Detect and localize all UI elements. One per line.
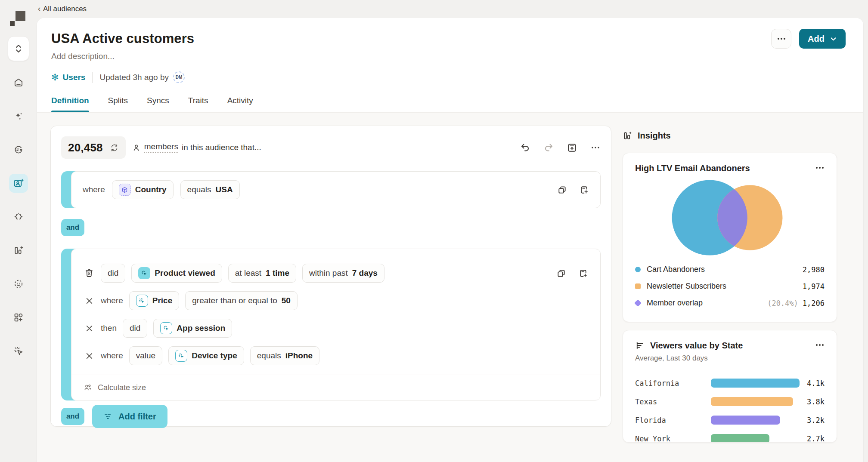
delete-condition-button[interactable] — [84, 268, 95, 278]
bar-value: 4.1k — [800, 379, 825, 388]
refresh-button[interactable] — [110, 143, 119, 152]
property-pill-device-type[interactable]: Device type — [168, 346, 244, 365]
legend-marker-diamond — [634, 299, 642, 307]
audience-card-icon — [13, 178, 24, 189]
tab-activity[interactable]: Activity — [227, 96, 253, 112]
operator-pill[interactable]: greater than or equal to 50 — [185, 291, 298, 310]
and-connector[interactable]: and — [61, 408, 84, 425]
event-pill-app-session[interactable]: App session — [153, 319, 232, 338]
property-pill-price[interactable]: Price — [129, 291, 179, 310]
builder-toolbar — [520, 142, 601, 153]
bar-chart-plus-icon — [13, 245, 24, 256]
save-as-button[interactable] — [578, 268, 588, 278]
chevron-up-down-icon — [14, 43, 23, 54]
nav-audiences[interactable] — [9, 174, 28, 193]
legend-row: Newsletter Subscribers 1,974 — [635, 278, 825, 295]
legend-percent: (20.4%) — [767, 299, 798, 308]
legend-value: 1,206 — [803, 299, 825, 308]
operator-text: equals — [257, 351, 281, 360]
bars-card-title: Viewers value by State — [650, 341, 743, 351]
save-version-button[interactable] — [567, 142, 577, 153]
bar-value: 3.2k — [800, 416, 825, 425]
calculate-size-button[interactable]: Calculate size — [71, 375, 600, 400]
nav-apps[interactable] — [9, 308, 28, 327]
time-window-pill[interactable]: within past 7 days — [302, 264, 384, 283]
breadcrumb[interactable]: ‹ All audiences — [38, 4, 87, 13]
journey-send-icon — [13, 144, 24, 155]
description-placeholder[interactable]: Add description... — [51, 52, 849, 61]
verb-pill[interactable]: did — [123, 319, 147, 338]
header-more-button[interactable] — [771, 29, 791, 49]
window-prefix: within past — [309, 268, 348, 278]
value-pill[interactable]: value — [129, 346, 162, 365]
bar-value: 2.7k — [800, 434, 825, 443]
tab-splits[interactable]: Splits — [108, 96, 128, 112]
nav-identity[interactable] — [9, 274, 28, 293]
add-button[interactable]: Add — [799, 29, 846, 49]
condition-group-1: where Country equals USA — [61, 171, 601, 208]
undo-icon — [520, 142, 530, 153]
event-property-chip — [175, 350, 187, 362]
trait-chip — [119, 184, 131, 196]
and-connector[interactable]: and — [61, 219, 84, 236]
operator-text: equals — [187, 185, 211, 194]
nav-assistant[interactable] — [9, 342, 28, 360]
audience-page-card: Add USA Active customers Add description… — [37, 18, 863, 462]
people-icon — [84, 383, 93, 392]
property-pill-country[interactable]: Country — [112, 180, 174, 199]
venn-card-menu-button[interactable] — [815, 163, 825, 172]
window-value: 7 days — [352, 268, 378, 278]
workspace-switcher[interactable] — [8, 36, 29, 61]
bar-label: New York — [635, 434, 711, 443]
bar-chart: California 4.1k Texas 3.8k Florida 3.2k — [635, 374, 825, 443]
magic-cursor-icon — [13, 345, 24, 357]
keyword-then: then — [101, 323, 117, 333]
remove-refinement-button[interactable] — [84, 297, 95, 305]
duplicate-button[interactable] — [557, 185, 567, 195]
event-name: App session — [177, 323, 225, 333]
frequency-pill[interactable]: at least 1 time — [228, 264, 296, 283]
tab-syncs[interactable]: Syncs — [147, 96, 169, 112]
condition-row: where Country equals USA — [71, 171, 601, 208]
nav-analytics[interactable] — [9, 241, 28, 260]
grid-plus-icon — [13, 312, 24, 323]
operator-pill[interactable]: equals USA — [180, 180, 240, 199]
tab-definition[interactable]: Definition — [51, 96, 89, 112]
redo-button[interactable] — [543, 142, 554, 153]
nav-home[interactable] — [9, 73, 28, 92]
add-filter-button[interactable]: Add filter — [92, 405, 167, 428]
builder-more-button[interactable] — [590, 142, 601, 153]
bar — [711, 397, 793, 406]
tab-traits[interactable]: Traits — [188, 96, 208, 112]
sparkle-icon — [13, 111, 24, 122]
nav-versions[interactable] — [9, 207, 28, 226]
definition-builder: 20,458 members in this audience that... — [50, 126, 611, 427]
remove-refinement-button[interactable] — [84, 352, 95, 360]
undo-button[interactable] — [520, 142, 530, 153]
chevron-down-icon — [830, 35, 837, 43]
person-icon — [132, 143, 141, 152]
verb-pill[interactable]: did — [101, 264, 125, 283]
logo-square-large — [16, 11, 25, 21]
operator-pill[interactable]: equals iPhone — [250, 346, 319, 365]
save-as-button[interactable] — [579, 185, 589, 195]
bar-label: Texas — [635, 397, 711, 406]
refresh-icon — [110, 143, 119, 152]
card-header: USA Active customers Add description... … — [37, 18, 863, 113]
source-label: Users — [63, 73, 86, 82]
nav-journeys[interactable] — [9, 140, 28, 159]
venn-insight-card: High LTV Email Abandoners Cart Abandoner… — [623, 153, 837, 322]
source-link[interactable]: ✻ Users — [51, 73, 85, 82]
bars-card-menu-button[interactable] — [815, 341, 825, 349]
members-selector[interactable]: members — [144, 142, 178, 153]
app-logo[interactable] — [10, 11, 25, 26]
duplicate-button[interactable] — [556, 268, 566, 278]
bar — [711, 379, 800, 388]
nav-ai[interactable] — [9, 107, 28, 126]
property-name: Price — [152, 296, 172, 305]
event-pill[interactable]: Product viewed — [131, 264, 222, 283]
copy-icon — [556, 268, 566, 278]
bar-value: 3.8k — [800, 397, 825, 406]
remove-refinement-button[interactable] — [84, 324, 95, 333]
avatar[interactable]: DM — [173, 71, 185, 83]
